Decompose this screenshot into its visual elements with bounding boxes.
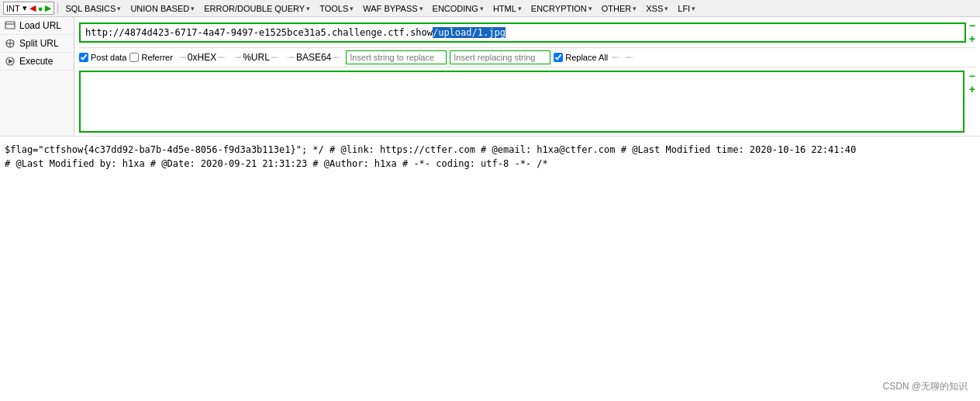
menu-tools[interactable]: TOOLS▾ xyxy=(316,2,357,15)
output-line1: $flag="ctfshow{4c37dd92-ba7b-4d5e-8056-f… xyxy=(5,143,975,157)
hex-decode-button[interactable] xyxy=(177,57,186,58)
url-decode-button[interactable] xyxy=(232,57,241,58)
menu-other-arrow: ▾ xyxy=(633,5,637,12)
output-line2: # @Last Modified by: h1xa # @Date: 2020-… xyxy=(5,157,975,171)
sidebar-item-split-url[interactable]: Split URL xyxy=(0,35,74,53)
menu-union-based[interactable]: UNION BASED▾ xyxy=(126,2,198,15)
menu-tools-label: TOOLS xyxy=(319,4,348,13)
watermark-text: CSDN @无聊的知识 xyxy=(882,381,968,392)
load-url-label: Load URL xyxy=(19,20,61,31)
url-text-selected: /upload/1.jpg xyxy=(433,27,506,38)
menu-encryption-arrow: ▾ xyxy=(588,5,592,12)
hex-encode-button[interactable] xyxy=(218,57,227,58)
hex-label: 0xHEX xyxy=(188,52,216,63)
int-left-arrow[interactable]: ◀ xyxy=(29,3,36,13)
execute-label: Execute xyxy=(19,56,53,67)
base64-decode-button[interactable] xyxy=(285,57,295,58)
referrer-check-item: Referrer xyxy=(129,53,172,62)
replace-all-check-item: Replace All xyxy=(554,53,608,62)
watermark: CSDN @无聊的知识 xyxy=(882,380,968,393)
replace-right-arrow[interactable] xyxy=(612,57,621,58)
replace-all-label: Replace All xyxy=(565,53,608,62)
insert-string-input[interactable] xyxy=(346,50,447,64)
base64-encode-button[interactable] xyxy=(333,57,342,58)
int-right-arrow[interactable]: ● xyxy=(38,4,43,13)
post-data-section: − + xyxy=(79,71,975,133)
post-data-side-buttons: − + xyxy=(969,71,975,95)
menu-encoding-arrow: ▾ xyxy=(480,5,484,12)
url-plus-button[interactable]: + xyxy=(969,33,975,44)
menu-html-label: HTML xyxy=(493,4,516,13)
int-dropdown-icon[interactable]: ▾ xyxy=(22,3,27,13)
int-select[interactable]: INT ▾ ◀ ● ▶ xyxy=(3,2,54,15)
menu-lfi-arrow: ▾ xyxy=(692,5,695,12)
toolbar-row: Post data Referrer 0xHEX %URL BASE64 xyxy=(79,47,975,67)
sidebar: Load URL Split URL Execute xyxy=(0,17,74,136)
separator-1 xyxy=(57,3,58,14)
referrer-label: Referrer xyxy=(141,53,172,62)
menu-xss[interactable]: XSS▾ xyxy=(642,2,672,15)
url-arrow-group: %URL xyxy=(231,52,281,63)
menu-encoding-label: ENCODING xyxy=(433,4,478,13)
menu-encryption[interactable]: ENCRYPTION▾ xyxy=(527,2,596,15)
menu-encoding[interactable]: ENCODING▾ xyxy=(429,2,488,15)
menu-error-double[interactable]: ERROR/DOUBLE QUERY▾ xyxy=(200,2,314,15)
svg-marker-6 xyxy=(9,59,13,64)
sidebar-item-load-url[interactable]: Load URL xyxy=(0,17,74,35)
post-data-plus-button[interactable]: + xyxy=(969,84,975,95)
menu-error-double-label: ERROR/DOUBLE QUERY xyxy=(204,4,305,13)
post-data-textarea-wrap xyxy=(79,71,964,133)
base64-label: BASE64 xyxy=(296,52,331,63)
menu-union-based-arrow: ▾ xyxy=(191,5,195,12)
post-data-label: Post data xyxy=(91,53,126,62)
execute-icon xyxy=(5,56,16,67)
split-url-label: Split URL xyxy=(19,38,59,49)
post-data-textarea[interactable] xyxy=(79,71,964,133)
url-encode-label: %URL xyxy=(243,52,270,63)
referrer-checkbox[interactable] xyxy=(129,53,139,62)
post-data-check-item: Post data xyxy=(79,53,126,62)
sidebar-item-execute[interactable]: Execute xyxy=(0,53,74,71)
url-encode-button[interactable] xyxy=(271,57,281,58)
menu-other[interactable]: OTHER▾ xyxy=(598,2,641,15)
url-display[interactable]: http://4874d423-6717-4a47-9497-e1525bce3… xyxy=(79,22,966,43)
menu-error-double-arrow: ▾ xyxy=(306,5,310,12)
menu-other-label: OTHER xyxy=(602,4,632,13)
base64-arrow-group: BASE64 xyxy=(285,52,343,63)
svg-rect-0 xyxy=(5,22,15,29)
url-row: http://4874d423-6717-4a47-9497-e1525bce3… xyxy=(79,20,975,44)
menu-lfi-label: LFI xyxy=(678,4,690,13)
int-arrow2[interactable]: ▶ xyxy=(45,3,51,13)
menu-sql-basics[interactable]: SQL BASICS▾ xyxy=(61,2,125,15)
menu-xss-label: XSS xyxy=(646,4,663,13)
content-area: http://4874d423-6717-4a47-9497-e1525bce3… xyxy=(74,17,980,136)
url-side-buttons: − + xyxy=(969,20,975,44)
menu-xss-arrow: ▾ xyxy=(664,5,668,12)
post-data-minus-button[interactable]: − xyxy=(969,71,975,81)
replace-right-arrow2[interactable] xyxy=(626,57,635,58)
hex-arrow-group: 0xHEX xyxy=(176,52,228,63)
menu-tools-arrow: ▾ xyxy=(350,5,354,12)
url-text-before: http://4874d423-6717-4a47-9497-e1525bce3… xyxy=(85,27,433,38)
menu-html[interactable]: HTML▾ xyxy=(489,2,526,15)
menu-waf-bypass[interactable]: WAF BYPASS▾ xyxy=(359,2,426,15)
url-minus-button[interactable]: − xyxy=(969,20,975,31)
insert-replacing-input[interactable] xyxy=(450,50,550,64)
menu-union-based-label: UNION BASED xyxy=(130,4,189,13)
menu-html-arrow: ▾ xyxy=(518,5,522,12)
menu-bar: INT ▾ ◀ ● ▶ SQL BASICS▾ UNION BASED▾ ERR… xyxy=(0,0,980,17)
menu-lfi[interactable]: LFI▾ xyxy=(674,2,699,15)
output-area: $flag="ctfshow{4c37dd92-ba7b-4d5e-8056-f… xyxy=(0,136,980,177)
menu-sql-basics-arrow: ▾ xyxy=(117,5,121,12)
menu-waf-bypass-label: WAF BYPASS xyxy=(363,4,417,13)
replace-all-checkbox[interactable] xyxy=(554,53,563,62)
post-data-checkbox[interactable] xyxy=(79,53,88,62)
menu-encryption-label: ENCRYPTION xyxy=(531,4,587,13)
main-layout: Load URL Split URL Execute xyxy=(0,17,980,136)
load-url-icon xyxy=(5,20,16,31)
menu-waf-bypass-arrow: ▾ xyxy=(419,5,423,12)
split-url-icon xyxy=(5,38,16,49)
int-label: INT xyxy=(6,4,20,13)
menu-sql-basics-label: SQL BASICS xyxy=(65,4,116,13)
